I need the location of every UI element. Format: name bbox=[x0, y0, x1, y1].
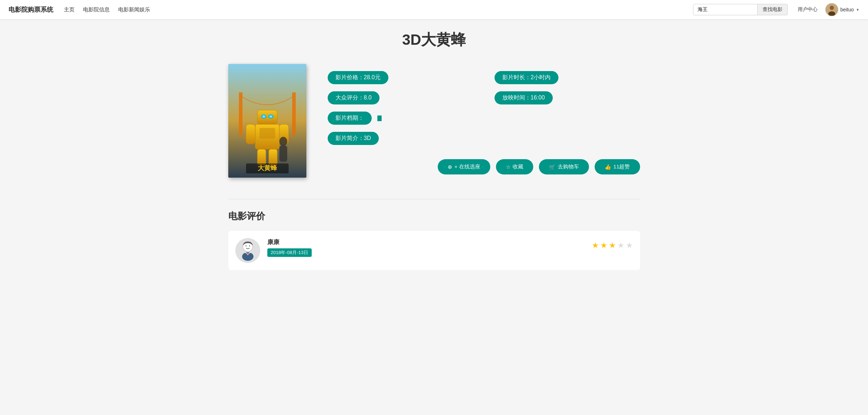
svg-text:大黄蜂: 大黄蜂 bbox=[257, 165, 277, 172]
avatar bbox=[825, 3, 838, 16]
reviewer-name: 康康 bbox=[267, 238, 585, 246]
select-seat-icon: ⊕ bbox=[448, 164, 452, 170]
svg-rect-17 bbox=[269, 149, 277, 165]
svg-point-18 bbox=[279, 137, 287, 146]
price-tag: 影片价格：28.0元 bbox=[328, 71, 473, 84]
schedule-tag: 影片档期： bbox=[328, 112, 372, 125]
showtime-tag: 放映时间：16:00 bbox=[495, 91, 640, 104]
review-section: 电影评价 bbox=[228, 210, 640, 270]
rating-tag: 大众评分：8.0 bbox=[328, 91, 473, 104]
cart-button[interactable]: 🛒 去购物车 bbox=[539, 159, 589, 174]
nav-links: 主页 电影院信息 电影新闻娱乐 bbox=[64, 6, 693, 13]
schedule-indicator bbox=[377, 115, 382, 121]
star-2: ★ bbox=[600, 241, 607, 250]
reviewer-avatar bbox=[235, 238, 260, 263]
svg-point-11 bbox=[269, 115, 272, 118]
star-1: ★ bbox=[592, 241, 599, 250]
svg-rect-7 bbox=[257, 110, 277, 124]
svg-point-10 bbox=[262, 115, 265, 118]
like-icon: 👍 bbox=[605, 164, 611, 170]
dropdown-icon[interactable]: ▼ bbox=[856, 8, 859, 12]
svg-rect-6 bbox=[292, 92, 296, 135]
svg-point-25 bbox=[249, 246, 250, 247]
star-4: ★ bbox=[617, 241, 624, 250]
nav-cinema-info[interactable]: 电影院信息 bbox=[83, 6, 110, 13]
star-5: ★ bbox=[626, 241, 633, 250]
svg-rect-16 bbox=[257, 149, 266, 165]
nav-news[interactable]: 电影新闻娱乐 bbox=[118, 6, 150, 13]
star-rating: ★ ★ ★ ★ ★ bbox=[592, 241, 633, 250]
username: beituo bbox=[840, 7, 854, 12]
duration-label: 影片时长：2小时内 bbox=[495, 71, 559, 84]
user-center-link[interactable]: 用户中心 bbox=[798, 6, 818, 13]
review-card: 康康 2018年-08月-13日 ★ ★ ★ ★ ★ bbox=[228, 231, 640, 270]
brand-title[interactable]: 电影院购票系统 bbox=[9, 5, 53, 14]
rating-area: ★ ★ ★ ★ ★ bbox=[592, 238, 633, 250]
movie-info: 影片价格：28.0元 影片时长：2小时内 大众评分：8.0 放映时间：16:00… bbox=[328, 64, 640, 174]
movie-detail: 大黄蜂 影片价格：28.0元 影片时长：2小时内 大众评分：8.0 放映时间：1… bbox=[228, 64, 640, 178]
synopsis-tag: 影片简介：3D bbox=[328, 132, 379, 145]
collect-button[interactable]: ☆ 收藏 bbox=[496, 159, 533, 174]
search-input[interactable] bbox=[693, 5, 757, 15]
svg-rect-5 bbox=[239, 92, 242, 135]
reviewer-info: 康康 2018年-08月-13日 bbox=[267, 238, 585, 260]
svg-rect-19 bbox=[279, 146, 287, 162]
navbar: 电影院购票系统 主页 电影院信息 电影新闻娱乐 查找电影 用户中心 beituo… bbox=[0, 0, 868, 19]
section-divider bbox=[228, 199, 640, 199]
select-seat-button[interactable]: ⊕ + 在线选座 bbox=[438, 159, 490, 174]
star-3: ★ bbox=[609, 241, 616, 250]
review-section-title: 电影评价 bbox=[228, 210, 640, 222]
navbar-right: 查找电影 用户中心 beituo ▼ bbox=[693, 3, 859, 16]
svg-point-1 bbox=[830, 6, 834, 10]
svg-point-24 bbox=[245, 246, 246, 247]
search-button[interactable]: 查找电影 bbox=[757, 4, 787, 15]
search-box: 查找电影 bbox=[693, 4, 788, 15]
star-icon: ☆ bbox=[506, 164, 511, 170]
duration-tag: 影片时长：2小时内 bbox=[495, 71, 640, 84]
movie-poster: 大黄蜂 bbox=[228, 64, 306, 178]
movie-title: 3D大黄蜂 bbox=[228, 30, 640, 50]
user-avatar-area[interactable]: beituo ▼ bbox=[825, 3, 859, 16]
svg-rect-13 bbox=[260, 128, 275, 139]
main-content: 3D大黄蜂 bbox=[221, 19, 647, 281]
showtime-label: 放映时间：16:00 bbox=[495, 91, 553, 104]
rating-label: 大众评分：8.0 bbox=[328, 91, 380, 104]
review-date-badge: 2018年-08月-13日 bbox=[267, 248, 312, 257]
movie-title-section: 3D大黄蜂 bbox=[228, 30, 640, 50]
action-buttons: ⊕ + 在线选座 ☆ 收藏 🛒 去购物车 👍 11超赞 bbox=[328, 159, 640, 174]
like-button[interactable]: 👍 11超赞 bbox=[595, 159, 640, 174]
cart-icon: 🛒 bbox=[549, 164, 556, 170]
price-label: 影片价格：28.0元 bbox=[328, 71, 388, 84]
nav-home[interactable]: 主页 bbox=[64, 6, 75, 13]
svg-rect-14 bbox=[246, 124, 255, 144]
